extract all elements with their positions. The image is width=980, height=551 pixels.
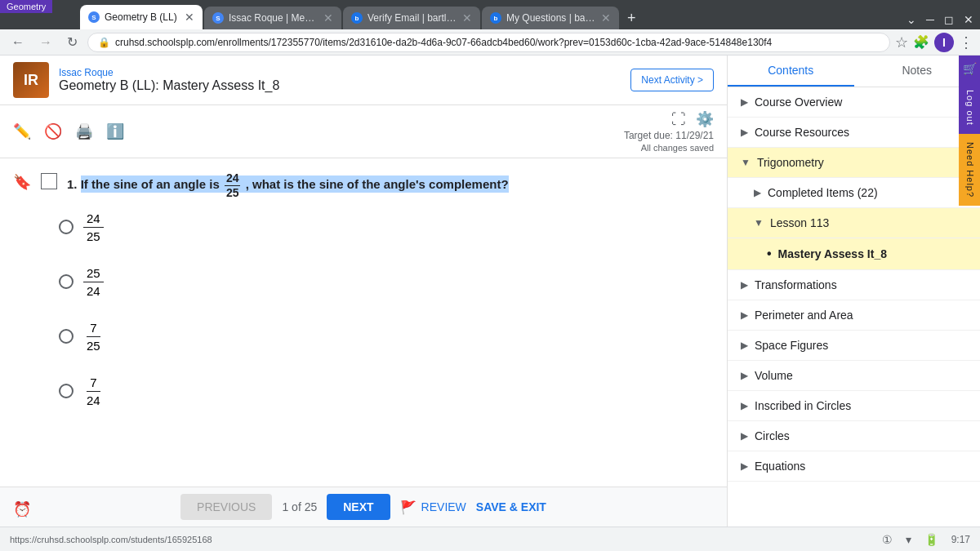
target-due: Target due: 11/29/21 xyxy=(624,130,714,141)
choice-b[interactable]: 25 24 xyxy=(59,264,714,300)
sidebar-item-course-resources[interactable]: ▶ Course Resources xyxy=(728,118,980,148)
choice-b-num: 25 xyxy=(83,264,104,282)
flag-checkbox[interactable] xyxy=(41,173,57,189)
new-tab-button[interactable]: + xyxy=(621,7,643,29)
arrow-right-icon-equations: ▶ xyxy=(741,460,748,472)
pencil-icon[interactable]: ✏️ xyxy=(13,122,31,140)
tab-close-messages[interactable]: ✕ xyxy=(323,11,333,24)
arrow-right-icon-resources: ▶ xyxy=(741,127,748,138)
minimize-icon[interactable]: ─ xyxy=(926,13,934,26)
print-icon[interactable]: 🖨️ xyxy=(75,122,93,140)
tab-messages[interactable]: S Issac Roque | Messages ✕ xyxy=(204,7,341,29)
sidebar-item-volume[interactable]: ▶ Volume xyxy=(728,361,980,391)
tab-label-geometry: Geometry B (LL) xyxy=(105,11,177,23)
tab-close-geometry[interactable]: ✕ xyxy=(185,11,194,24)
review-button[interactable]: 🚩 REVIEW xyxy=(400,500,466,515)
cart-button[interactable]: 🛒 xyxy=(959,56,980,82)
tab-icon-messages: S xyxy=(212,12,224,24)
icon-group: ⛶ ⚙️ xyxy=(671,110,714,128)
sidebar-item-mastery-assess[interactable]: • Mastery Assess It_8 xyxy=(728,238,980,270)
arrow-right-icon-perimeter: ▶ xyxy=(741,309,748,321)
profile-icon[interactable]: I xyxy=(934,33,954,52)
restore-icon[interactable]: ◻ xyxy=(944,13,954,26)
tab-close-bartleby-verify[interactable]: ✕ xyxy=(462,11,472,24)
info-icon[interactable]: ℹ️ xyxy=(106,122,124,140)
address-field[interactable]: 🔒 cruhsd.schoolsplp.com/enrollments/1723… xyxy=(87,33,890,52)
choice-c[interactable]: 7 25 xyxy=(59,319,714,354)
choice-a[interactable]: 24 25 xyxy=(59,210,714,245)
expand-icon[interactable]: ⛶ xyxy=(671,111,686,128)
settings-icon[interactable]: ⚙️ xyxy=(696,110,714,128)
bullet-icon: • xyxy=(767,247,772,261)
geometry-label: Geometry xyxy=(0,0,52,13)
status-bar: https://cruhsd.schoolsplp.com/students/1… xyxy=(0,527,980,551)
radio-c[interactable] xyxy=(59,329,74,344)
course-overview-label: Course Overview xyxy=(755,96,842,109)
sidebar-item-completed-items[interactable]: ▶ Completed Items (22) xyxy=(728,178,980,208)
radio-a[interactable] xyxy=(59,220,74,234)
course-title: Geometry B (LL): Mastery Assess It_8 xyxy=(59,78,279,92)
sidebar-content: ▶ Course Overview ▶ Course Resources ▼ T… xyxy=(728,87,980,527)
next-button[interactable]: NEXT xyxy=(327,494,390,520)
reload-button[interactable]: ↻ xyxy=(62,33,82,51)
completed-items-label: Completed Items (22) xyxy=(768,186,878,199)
trigonometry-label: Trigonometry xyxy=(757,156,824,169)
tab-label-bartleby-questions: My Questions | bartleby xyxy=(506,12,596,24)
tab-bartleby-verify[interactable]: b Verify Email | bartleby ✕ xyxy=(343,7,480,29)
arrow-right-icon-completed: ▶ xyxy=(754,187,761,198)
back-button[interactable]: ← xyxy=(7,33,29,51)
tab-geometry[interactable]: S Geometry B (LL) ✕ xyxy=(80,5,203,29)
choice-a-num: 24 xyxy=(83,210,104,228)
choice-d[interactable]: 7 24 xyxy=(59,374,714,409)
transformations-label: Transformations xyxy=(755,278,837,291)
sidebar-item-circles[interactable]: ▶ Circles xyxy=(728,421,980,451)
url-text: cruhsd.schoolsplp.com/enrollments/172355… xyxy=(115,37,772,48)
radio-d[interactable] xyxy=(59,384,74,398)
sidebar-item-space-figures[interactable]: ▶ Space Figures xyxy=(728,331,980,361)
next-activity-button[interactable]: Next Activity > xyxy=(630,69,714,91)
battery-icon: 🔋 xyxy=(924,533,938,546)
sidebar-item-trigonometry[interactable]: ▼ Trigonometry xyxy=(728,148,980,178)
bookmark-star-icon[interactable]: ☆ xyxy=(895,33,908,51)
need-help-button[interactable]: Need Help? xyxy=(959,134,980,206)
user-name-link[interactable]: Issac Roque xyxy=(59,67,279,78)
toolbar: ✏️ 🚫 🖨️ ℹ️ ⛶ ⚙️ Target due: 11/29/21 All… xyxy=(0,105,727,158)
arrow-right-icon-volume: ▶ xyxy=(741,370,748,381)
extensions-icon[interactable]: 🧩 xyxy=(913,34,929,50)
radio-b[interactable] xyxy=(59,274,74,289)
logout-button[interactable]: Log out xyxy=(959,82,980,134)
inscribed-circles-label: Inscribed in Circles xyxy=(755,399,851,412)
lock-icon: 🔒 xyxy=(98,37,110,48)
equations-label: Equations xyxy=(755,460,805,473)
sidebar-item-lesson-113[interactable]: ▼ Lesson 113 xyxy=(728,208,980,238)
wifi-icon: ▾ xyxy=(906,533,911,546)
tab-contents[interactable]: Contents xyxy=(728,56,854,87)
more-options-icon[interactable]: ⋮ xyxy=(959,33,973,51)
sidebar-item-perimeter-area[interactable]: ▶ Perimeter and Area xyxy=(728,300,980,331)
block-icon[interactable]: 🚫 xyxy=(44,122,62,140)
question-area: 🔖 1. If the sine of an angle is 24 25 , … xyxy=(0,158,727,487)
bookmark-icon[interactable]: 🔖 xyxy=(13,173,31,191)
sidebar-item-transformations[interactable]: ▶ Transformations xyxy=(728,270,980,300)
tab-bartleby-questions[interactable]: b My Questions | bartleby ✕ xyxy=(482,7,619,29)
previous-button[interactable]: PREVIOUS xyxy=(180,494,272,520)
arrow-right-icon-space: ▶ xyxy=(741,340,748,351)
choice-a-den: 25 xyxy=(83,228,104,245)
mastery-assess-label: Mastery Assess It_8 xyxy=(778,247,887,260)
close-window-icon[interactable]: ✕ xyxy=(964,13,973,26)
right-sidebar: Contents Notes ▶ Course Overview ▶ Cours… xyxy=(727,56,980,527)
choice-c-fraction: 7 25 xyxy=(83,319,104,354)
choice-d-den: 24 xyxy=(83,392,104,409)
browser-chrome: Geometry S Geometry B (LL) ✕ S Issac Roq… xyxy=(0,0,980,29)
tab-close-bartleby-questions[interactable]: ✕ xyxy=(601,11,611,24)
save-exit-button[interactable]: SAVE & EXIT xyxy=(476,500,546,513)
page-info: 1 of 25 xyxy=(282,500,317,513)
question-text: 1. If the sine of an angle is 24 25 , wh… xyxy=(67,171,509,200)
tab-list-icon[interactable]: ⌄ xyxy=(906,13,916,26)
sidebar-item-inscribed-circles[interactable]: ▶ Inscribed in Circles xyxy=(728,391,980,421)
sidebar-item-course-overview[interactable]: ▶ Course Overview xyxy=(728,87,980,118)
sidebar-item-equations[interactable]: ▶ Equations xyxy=(728,451,980,482)
timer-icon: ⏰ xyxy=(13,500,31,518)
circles-label: Circles xyxy=(755,429,790,442)
forward-button[interactable]: → xyxy=(34,33,57,51)
